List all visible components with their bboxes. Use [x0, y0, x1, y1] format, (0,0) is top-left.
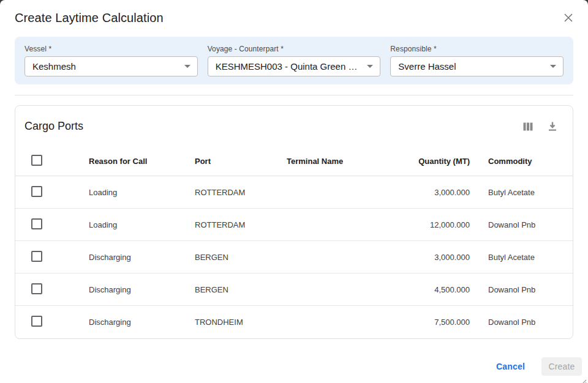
column-header-port: Port [195, 157, 287, 166]
cell-commodity: Butyl Acetate [484, 188, 573, 197]
cancel-button[interactable]: Cancel [494, 357, 527, 376]
chevron-down-icon [550, 65, 556, 68]
table-row: Discharging BERGEN 3,000.000 Butyl Aceta… [15, 241, 573, 273]
table-row: Loading ROTTERDAM 12,000.000 Dowanol Pnb [15, 209, 573, 241]
cell-commodity: Dowanol Pnb [484, 220, 573, 229]
cell-reason: Discharging [89, 285, 195, 294]
cell-port: BERGEN [195, 253, 287, 262]
create-laytime-dialog: Create Laytime Calculation Vessel * Kesh… [0, 0, 588, 383]
voyage-counterpart-select-value: KESHMESH003 - Quinta Green Shippi... [216, 61, 363, 72]
cell-port: BERGEN [195, 285, 287, 294]
cell-quantity: 3,000.000 [392, 253, 484, 262]
voyage-counterpart-label: Voyage - Counterpart * [208, 45, 381, 53]
chevron-down-icon [367, 65, 373, 68]
cell-commodity: Dowanol Pnb [484, 318, 573, 327]
vessel-select-value: Keshmesh [32, 61, 76, 72]
vessel-label: Vessel * [24, 45, 198, 53]
dialog-title: Create Laytime Calculation [15, 11, 164, 25]
voyage-counterpart-field: Voyage - Counterpart * KESHMESH003 - Qui… [208, 45, 381, 76]
row-checkbox[interactable] [31, 316, 42, 327]
responsible-select[interactable]: Sverre Hassel [390, 56, 564, 76]
cell-reason: Discharging [89, 253, 195, 262]
vessel-field: Vessel * Keshmesh [24, 45, 198, 76]
download-icon[interactable] [547, 121, 558, 132]
table-row: Loading ROTTERDAM 3,000.000 Butyl Acetat… [15, 176, 573, 209]
cell-commodity: Butyl Acetate [484, 253, 573, 262]
cell-port: ROTTERDAM [195, 220, 287, 229]
dialog-header: Create Laytime Calculation [0, 0, 588, 35]
create-button[interactable]: Create [541, 357, 582, 376]
cargo-ports-card: Cargo Ports [15, 105, 573, 339]
row-checkbox[interactable] [31, 186, 42, 197]
cell-commodity: Dowanol Pnb [484, 285, 573, 294]
cell-reason: Discharging [89, 318, 195, 327]
row-checkbox[interactable] [31, 283, 42, 294]
column-header-quantity: Quantity (MT) [392, 157, 484, 166]
chevron-down-icon [184, 65, 190, 68]
row-checkbox[interactable] [31, 251, 42, 262]
section-divider [15, 95, 573, 95]
dialog-footer: Cancel Create [0, 357, 582, 376]
cell-port: ROTTERDAM [195, 188, 287, 197]
column-header-commodity: Commodity [484, 157, 573, 166]
voyage-form-panel: Vessel * Keshmesh Voyage - Counterpart *… [15, 37, 573, 84]
cell-port: TRONDHEIM [195, 318, 287, 327]
table-row: Discharging TRONDHEIM 7,500.000 Dowanol … [15, 306, 573, 338]
cargo-ports-title: Cargo Ports [24, 120, 83, 133]
vessel-select[interactable]: Keshmesh [24, 56, 198, 76]
column-header-terminal: Terminal Name [287, 157, 392, 166]
table-header-row: Reason for Call Port Terminal Name Quant… [15, 147, 573, 176]
resize-handle-icon[interactable] [581, 376, 587, 382]
responsible-select-value: Sverre Hassel [398, 61, 456, 72]
close-icon[interactable] [561, 10, 576, 25]
cell-reason: Loading [89, 220, 195, 229]
cargo-ports-actions [522, 121, 558, 132]
cell-quantity: 12,000.000 [392, 220, 484, 229]
cell-quantity: 3,000.000 [392, 188, 484, 197]
cargo-ports-header: Cargo Ports [15, 106, 573, 147]
columns-icon[interactable] [522, 121, 533, 132]
cell-quantity: 4,500.000 [392, 285, 484, 294]
cell-quantity: 7,500.000 [392, 318, 484, 327]
responsible-label: Responsible * [390, 45, 564, 53]
select-all-checkbox[interactable] [31, 155, 42, 166]
voyage-counterpart-select[interactable]: KESHMESH003 - Quinta Green Shippi... [208, 56, 381, 76]
row-checkbox[interactable] [31, 218, 42, 229]
cell-reason: Loading [89, 188, 195, 197]
responsible-field: Responsible * Sverre Hassel [390, 45, 564, 76]
column-header-reason: Reason for Call [89, 157, 195, 166]
table-row: Discharging BERGEN 4,500.000 Dowanol Pnb [15, 273, 573, 306]
